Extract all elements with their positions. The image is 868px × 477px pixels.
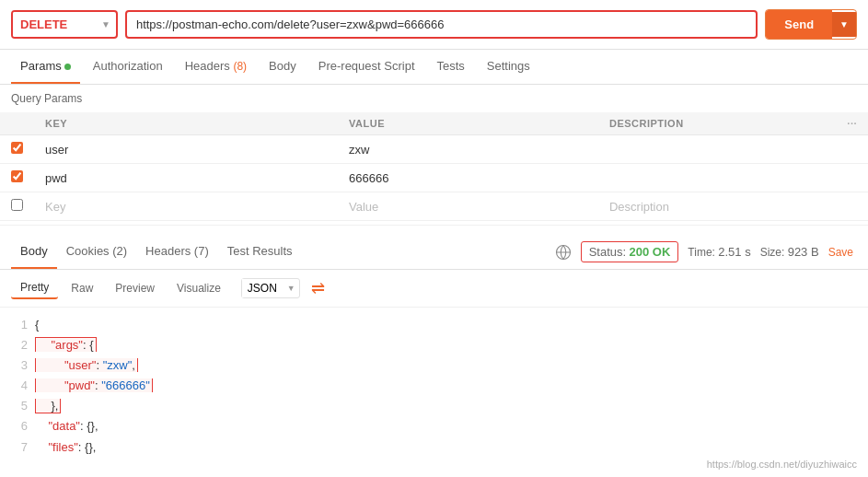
tab-params[interactable]: Params — [11, 50, 80, 84]
code-content: "data": {}, — [35, 416, 857, 436]
line-number: 1 — [11, 315, 28, 335]
row3-checkbox[interactable] — [11, 199, 23, 211]
code-area: 1 { 2 "args": { 3 "user": "zxw", 4 "pwd"… — [0, 308, 868, 465]
row1-key[interactable]: user — [34, 135, 338, 164]
code-line-3: 3 "user": "zxw", — [11, 355, 857, 376]
request-tabs-bar: Params Authorization Headers (8) Body Pr… — [0, 50, 868, 85]
tab-settings[interactable]: Settings — [478, 50, 539, 84]
method-select[interactable]: DELETE GET POST PUT PATCH — [13, 12, 96, 37]
format-bar: Pretty Raw Preview Visualize JSON XML HT… — [0, 270, 868, 308]
url-input[interactable] — [136, 17, 746, 31]
row2-checkbox[interactable] — [11, 170, 23, 182]
format-raw-button[interactable]: Raw — [62, 278, 102, 298]
row2-more — [836, 164, 868, 192]
code-line-5: 5 }, — [11, 396, 857, 416]
status-badge: Status: 200 OK — [581, 241, 679, 262]
headers-badge: (8) — [233, 60, 247, 73]
globe-icon — [555, 244, 572, 261]
format-preview-button[interactable]: Preview — [106, 278, 164, 298]
code-line-2: 2 "args": { — [11, 335, 857, 355]
tab-response-body[interactable]: Body — [11, 235, 57, 269]
json-type-wrapper[interactable]: JSON XML HTML Text ▼ — [241, 278, 300, 298]
top-bar: DELETE GET POST PUT PATCH ▼ Send ▼ — [0, 0, 868, 50]
json-type-select[interactable]: JSON XML HTML Text — [242, 279, 284, 297]
method-select-wrapper[interactable]: DELETE GET POST PUT PATCH ▼ — [11, 10, 118, 39]
line-number: 3 — [11, 355, 28, 376]
col-more: ··· — [836, 112, 868, 135]
row2-description[interactable] — [598, 164, 836, 192]
code-line-4: 4 "pwd": "666666" — [11, 376, 857, 396]
row1-checkbox[interactable] — [11, 142, 23, 154]
row2-value[interactable]: 666666 — [338, 164, 598, 192]
response-size: Size: 923 B — [760, 245, 819, 259]
row3-key[interactable]: Key — [34, 192, 338, 221]
col-key: KEY — [34, 112, 338, 135]
send-button[interactable]: Send — [766, 10, 832, 39]
params-dot — [64, 64, 71, 70]
row2-key[interactable]: pwd — [34, 164, 338, 192]
response-tabs-bar: Body Cookies (2) Headers (7) Test Result… — [0, 235, 868, 270]
method-dropdown-icon: ▼ — [96, 14, 116, 35]
row3-more — [836, 192, 868, 221]
row1-description[interactable] — [598, 135, 836, 164]
tab-response-cookies[interactable]: Cookies (2) — [57, 235, 136, 269]
watermark: https://blog.csdn.net/diyuzhiwaicc — [707, 459, 857, 465]
table-row: user zxw — [0, 135, 868, 164]
code-content: "files": {}, — [35, 437, 857, 458]
col-value: VALUE — [338, 112, 598, 135]
tab-tests[interactable]: Tests — [428, 50, 474, 84]
status-label: Status: — [589, 245, 626, 259]
row3-value[interactable]: Value — [338, 192, 598, 221]
line-number: 5 — [11, 396, 28, 416]
response-meta: Status: 200 OK Time: 2.51 s Size: 923 B … — [555, 241, 857, 262]
table-row: Key Value Description — [0, 192, 868, 221]
row1-more — [836, 135, 868, 164]
tab-response-headers[interactable]: Headers (7) — [136, 235, 218, 269]
tab-prerequest[interactable]: Pre-request Script — [309, 50, 424, 84]
tab-body[interactable]: Body — [260, 50, 306, 84]
divider — [0, 225, 868, 226]
wrap-button[interactable]: ⇌ — [311, 280, 325, 297]
code-content: "pwd": "666666" — [35, 376, 857, 396]
code-content: "args": { — [35, 335, 857, 355]
code-line-1: 1 { — [11, 315, 857, 335]
status-code: 200 OK — [630, 245, 671, 259]
code-content: }, — [35, 396, 857, 416]
row1-value[interactable]: zxw — [338, 135, 598, 164]
tab-response-testresults[interactable]: Test Results — [218, 235, 302, 269]
code-line-6: 6 "data": {}, — [11, 416, 857, 436]
save-response-button[interactable]: Save — [828, 246, 853, 259]
col-check — [0, 112, 34, 135]
response-time: Time: 2.51 s — [688, 245, 750, 259]
url-input-wrapper[interactable] — [125, 10, 758, 39]
format-visualize-button[interactable]: Visualize — [168, 278, 230, 298]
row3-description[interactable]: Description — [598, 192, 836, 221]
code-content: "user": "zxw", — [35, 355, 857, 376]
format-pretty-button[interactable]: Pretty — [11, 277, 58, 299]
line-number: 6 — [11, 416, 28, 436]
table-row: pwd 666666 — [0, 164, 868, 192]
send-dropdown-button[interactable]: ▼ — [832, 12, 856, 37]
json-type-arrow-icon: ▼ — [284, 281, 299, 296]
params-table: KEY VALUE DESCRIPTION ··· user zxw pwd 6… — [0, 112, 868, 221]
tab-authorization[interactable]: Authorization — [84, 50, 172, 84]
code-content: { — [35, 315, 857, 335]
tab-headers[interactable]: Headers (8) — [176, 50, 256, 84]
code-line-7: 7 "files": {}, — [11, 437, 857, 458]
query-params-title: Query Params — [0, 85, 868, 112]
line-number: 7 — [11, 437, 28, 458]
line-number: 4 — [11, 376, 28, 396]
col-description: DESCRIPTION — [598, 112, 836, 135]
send-btn-wrapper: Send ▼ — [765, 9, 857, 40]
line-number: 2 — [11, 335, 28, 355]
